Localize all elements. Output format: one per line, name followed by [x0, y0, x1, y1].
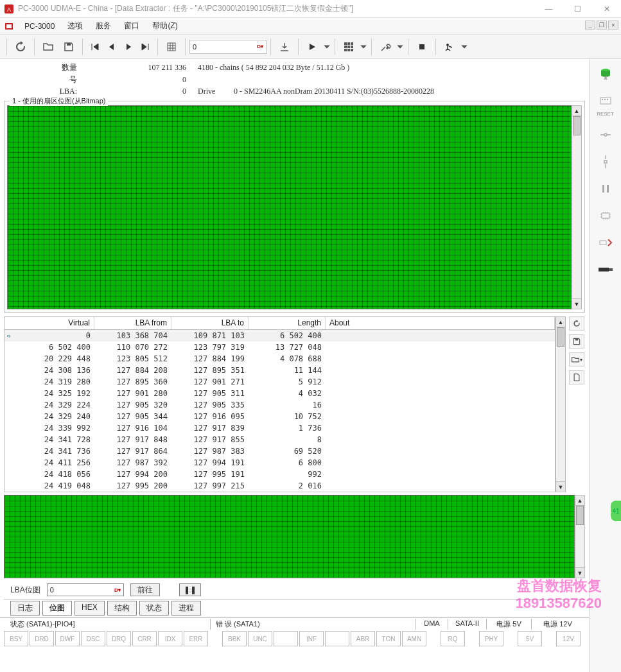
mdi-restore-button[interactable]: ❐ — [597, 21, 607, 30]
table-row[interactable]: 24 419 048127 995 200127 997 215 2 016 — [4, 480, 555, 492]
table-row[interactable]: 24 418 056127 994 200127 995 191 992 — [4, 469, 555, 480]
table-row[interactable]: 24 325 192127 901 280127 905 311 4 032 — [4, 388, 555, 399]
cell-length: 16 — [249, 401, 326, 409]
goto-dropdown-icon[interactable]: D▾ — [114, 587, 121, 593]
table-document-button[interactable] — [569, 370, 584, 384]
lba-bitmap[interactable] — [4, 495, 575, 578]
menu-services[interactable]: 服务 — [89, 18, 118, 34]
tab-HEX[interactable]: HEX — [74, 601, 105, 616]
status-dma-label: DMA — [416, 619, 448, 630]
col-virtual[interactable]: Virtual — [4, 317, 94, 329]
grid-button[interactable] — [162, 37, 181, 56]
table-scroll-thumb[interactable] — [557, 327, 564, 347]
exit-button[interactable] — [440, 37, 459, 56]
table-open-button[interactable]: ▾ — [569, 352, 584, 366]
tools-dropdown-icon[interactable] — [396, 37, 404, 56]
tab-状态[interactable]: 状态 — [139, 601, 169, 616]
play-dropdown-icon[interactable] — [323, 37, 331, 56]
scroll-down-icon[interactable]: ▼ — [572, 298, 581, 309]
reset-icon[interactable] — [595, 91, 617, 109]
table-row[interactable]: ➪ 0103 368 704109 871 103 6 502 400 — [4, 330, 555, 341]
bitmap-scrollbar[interactable]: ▲ ▼ — [572, 105, 582, 309]
goto-input[interactable]: 0 D▾ — [47, 583, 124, 596]
exit-dropdown-icon[interactable] — [460, 37, 468, 56]
col-lba-to[interactable]: LBA to — [171, 317, 249, 329]
cell-length: 10 752 — [249, 412, 326, 421]
maximize-button[interactable]: ☐ — [563, 0, 592, 18]
table-row[interactable]: 24 341 736127 917 864127 987 383 69 520 — [4, 445, 555, 457]
table-save-button[interactable] — [569, 334, 584, 349]
address-input[interactable]: 0 D▾ — [189, 40, 267, 54]
svg-rect-17 — [600, 98, 611, 104]
tab-结构[interactable]: 结构 — [107, 601, 137, 616]
scroll-thumb[interactable] — [573, 116, 581, 135]
col-about[interactable]: About — [326, 317, 555, 329]
stop-button[interactable] — [412, 37, 432, 56]
address-dropdown-icon[interactable]: D▾ — [257, 44, 263, 49]
refresh-button[interactable] — [11, 37, 30, 56]
cell-to: 127 987 383 — [171, 447, 249, 456]
pause2-icon[interactable] — [595, 180, 617, 198]
mdi-close-button[interactable]: × — [608, 21, 618, 30]
lba-bitmap-scrollbar[interactable]: ▲ ▼ — [575, 495, 585, 578]
table-scroll-up-icon[interactable]: ▲ — [556, 317, 565, 327]
prev-button[interactable] — [103, 37, 120, 56]
table-refresh-button[interactable] — [569, 316, 584, 331]
col-length[interactable]: Length — [249, 317, 326, 329]
matrix-dropdown-icon[interactable] — [360, 37, 367, 56]
col-lba-from[interactable]: LBA from — [94, 317, 171, 329]
table-row[interactable]: 24 339 992127 916 104127 917 839 1 736 — [4, 422, 555, 434]
menu-brand[interactable]: PC-3000 — [18, 19, 61, 33]
scroll-up-icon[interactable]: ▲ — [572, 106, 581, 116]
menu-window[interactable]: 窗口 — [118, 18, 146, 34]
spindle-icon[interactable] — [595, 153, 617, 171]
unplug-icon[interactable] — [595, 234, 617, 252]
connector-icon[interactable] — [595, 261, 617, 279]
window-title: PC-3000 UDMA-E - China - [Data Extractor… — [18, 3, 534, 14]
menu-help[interactable]: 帮助(Z) — [146, 18, 184, 34]
play-button[interactable] — [302, 37, 322, 56]
svg-rect-20 — [602, 213, 609, 218]
side-knob[interactable]: 41 — [611, 501, 621, 521]
sector-bitmap[interactable] — [7, 105, 572, 309]
lba-scroll-up-icon[interactable]: ▲ — [575, 495, 584, 506]
cell-from: 127 916 104 — [94, 424, 171, 433]
tools-button[interactable] — [376, 37, 395, 56]
tab-进程[interactable]: 进程 — [171, 601, 201, 616]
table-row[interactable]: 6 502 400110 070 272123 797 319 13 727 0… — [4, 341, 555, 353]
table-row[interactable]: 24 341 728127 917 848127 917 855 8 — [4, 434, 555, 445]
table-row[interactable]: 24 329 224127 905 320127 905 335 16 — [4, 399, 555, 411]
table-scroll-down-icon[interactable]: ▼ — [556, 481, 565, 492]
head-tool-icon[interactable] — [595, 126, 617, 144]
table-row[interactable]: 24 411 256127 987 392127 994 191 6 800 — [4, 457, 555, 469]
status-light-TON: TON — [376, 631, 401, 646]
table-row[interactable]: 20 229 448123 805 512127 884 199 4 078 6… — [4, 353, 555, 365]
tab-日志[interactable]: 日志 — [10, 601, 40, 616]
table-row[interactable]: 24 308 136127 884 208127 895 351 11 144 — [4, 365, 555, 376]
export-button[interactable] — [275, 37, 294, 56]
power-cycle-icon[interactable] — [595, 64, 617, 82]
goto-button[interactable]: 前往 — [130, 583, 160, 596]
pause-button[interactable]: ❚❚ — [179, 583, 201, 596]
first-button[interactable] — [87, 37, 103, 56]
lba-scroll-thumb[interactable] — [576, 506, 584, 525]
status-header: 状态 (SATA1)-[PIO4] 错 误 (SATA1) DMA SATA-I… — [0, 617, 589, 630]
cell-to: 127 895 351 — [171, 366, 249, 375]
app-icon: A — [4, 4, 14, 14]
close-button[interactable]: ✕ — [592, 0, 621, 18]
chip-icon[interactable] — [595, 207, 617, 225]
last-button[interactable] — [137, 37, 153, 56]
table-scrollbar[interactable]: ▲ ▼ — [555, 316, 566, 492]
minimize-button[interactable]: — — [534, 0, 563, 18]
lba-value: 0 — [82, 86, 191, 97]
matrix-button[interactable] — [339, 37, 358, 56]
lba-scroll-down-icon[interactable]: ▼ — [575, 567, 584, 578]
mdi-minimize-button[interactable]: _ — [585, 21, 595, 30]
next-button[interactable] — [120, 37, 137, 56]
open-button[interactable] — [39, 37, 58, 56]
save-button[interactable] — [59, 37, 78, 56]
table-row[interactable]: 24 329 240127 905 344127 916 095 10 752 — [4, 411, 555, 422]
menu-options[interactable]: 选项 — [61, 18, 89, 34]
table-row[interactable]: 24 319 280127 895 360127 901 271 5 912 — [4, 376, 555, 388]
tab-位图[interactable]: 位图 — [42, 601, 72, 616]
